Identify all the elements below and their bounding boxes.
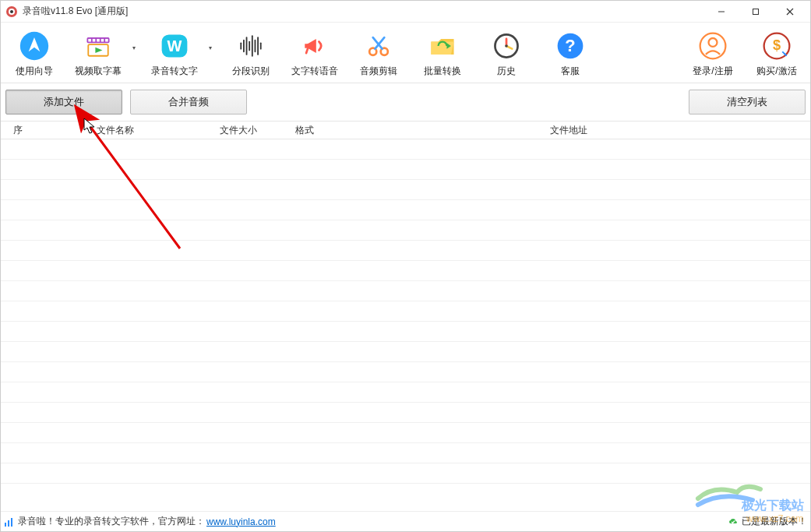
table-row bbox=[1, 322, 810, 342]
table-row bbox=[1, 342, 810, 362]
clear-list-button[interactable]: 清空列表 bbox=[689, 90, 806, 115]
toolbar-label: 使用向导 bbox=[16, 65, 53, 78]
toolbar-label: 历史 bbox=[497, 65, 516, 78]
svg-point-36 bbox=[505, 44, 508, 48]
svg-rect-46 bbox=[8, 520, 9, 527]
toolbar-segment-recognize[interactable]: 分段识别 bbox=[219, 27, 283, 79]
compass-icon bbox=[17, 29, 51, 63]
cloud-check-icon bbox=[728, 516, 739, 527]
table-row bbox=[1, 160, 810, 180]
svg-point-2 bbox=[10, 10, 13, 13]
table-row bbox=[1, 362, 810, 382]
table-row bbox=[1, 281, 810, 301]
waveform-icon bbox=[234, 29, 268, 63]
add-file-button[interactable]: 添加文件 bbox=[5, 90, 122, 115]
column-seq[interactable]: 序 bbox=[1, 122, 35, 139]
action-bar: 添加文件 合并音频 清空列表 bbox=[1, 83, 810, 121]
svg-rect-11 bbox=[97, 39, 100, 42]
window-titlebar: 录音啦v11.8 Evo [通用版] bbox=[1, 1, 810, 23]
toolbar-label: 批量转换 bbox=[424, 65, 461, 78]
column-format[interactable]: 格式 bbox=[281, 122, 328, 139]
help-icon: ? bbox=[553, 29, 587, 63]
toolbar-batch-convert[interactable]: 批量转换 bbox=[411, 27, 474, 79]
purchase-icon: $ bbox=[760, 29, 794, 63]
toolbar-support[interactable]: ? 客服 bbox=[538, 27, 602, 79]
table-row bbox=[1, 382, 810, 403]
table-row bbox=[1, 241, 810, 261]
status-version: 已是最新版本！ bbox=[742, 515, 807, 528]
app-icon bbox=[5, 5, 18, 18]
toolbar-label: 录音转文字 bbox=[151, 65, 198, 78]
window-title: 录音啦v11.8 Evo [通用版] bbox=[23, 5, 128, 18]
svg-text:极光下载站: 极光下载站 bbox=[741, 499, 804, 512]
close-button[interactable] bbox=[773, 1, 807, 23]
history-icon bbox=[489, 29, 524, 63]
toolbar-label: 分段识别 bbox=[232, 65, 270, 78]
svg-rect-9 bbox=[88, 39, 91, 42]
toolbar-audio-cut[interactable]: 音频剪辑 bbox=[347, 27, 411, 79]
word-icon: W bbox=[157, 29, 192, 63]
toolbar-label: 文字转语音 bbox=[291, 65, 338, 78]
toolbar-audio-to-text[interactable]: W 录音转文字 bbox=[143, 27, 206, 79]
svg-text:W: W bbox=[167, 37, 182, 55]
svg-text:?: ? bbox=[565, 36, 575, 55]
window-controls bbox=[704, 1, 807, 23]
table-row bbox=[1, 301, 810, 322]
table-row bbox=[1, 403, 810, 423]
svg-point-40 bbox=[709, 38, 718, 47]
table-row bbox=[1, 443, 810, 463]
column-name[interactable]: 文件名称 bbox=[35, 122, 196, 139]
svg-rect-26 bbox=[305, 44, 308, 48]
table-row bbox=[1, 139, 810, 160]
toolbar-label: 登录/注册 bbox=[693, 65, 732, 78]
svg-rect-13 bbox=[105, 39, 108, 42]
toolbar-audio-to-text-dropdown[interactable]: ▾ bbox=[206, 44, 214, 51]
folder-convert-icon bbox=[425, 29, 460, 63]
main-toolbar: 使用向导 视频取字幕 ▾ W 录音转文字 ▾ 分段识别 文字转语音 bbox=[1, 23, 810, 83]
merge-audio-button[interactable]: 合并音频 bbox=[130, 90, 247, 115]
table-row bbox=[1, 200, 810, 220]
statusbar-icon bbox=[4, 516, 15, 527]
status-bar: 录音啦！专业的录音转文字软件，官方网址： www.luyinla.com 已是最… bbox=[1, 511, 810, 531]
table-body[interactable] bbox=[1, 139, 810, 493]
svg-rect-10 bbox=[93, 39, 96, 42]
toolbar-label: 购买/激活 bbox=[756, 65, 796, 78]
table-row bbox=[1, 423, 810, 443]
table-row bbox=[1, 463, 810, 484]
toolbar-login[interactable]: 登录/注册 bbox=[681, 27, 745, 79]
scissors-icon bbox=[361, 29, 396, 63]
toolbar-video-subtitle-dropdown[interactable]: ▾ bbox=[130, 44, 138, 51]
table-row bbox=[1, 180, 810, 200]
status-text: 录音啦！专业的录音转文字软件，官方网址： bbox=[18, 515, 205, 528]
megaphone-icon bbox=[298, 29, 332, 63]
maximize-button[interactable] bbox=[739, 1, 773, 23]
column-path[interactable]: 文件地址 bbox=[328, 122, 810, 139]
table-row bbox=[1, 261, 810, 281]
table-row bbox=[1, 220, 810, 241]
toolbar-label: 视频取字幕 bbox=[75, 65, 122, 78]
svg-rect-47 bbox=[11, 518, 12, 527]
toolbar-guide[interactable]: 使用向导 bbox=[2, 27, 66, 79]
toolbar-text-to-speech[interactable]: 文字转语音 bbox=[283, 27, 347, 79]
table-header: 序 文件名称 文件大小 格式 文件地址 bbox=[1, 121, 810, 139]
svg-rect-12 bbox=[101, 39, 104, 42]
user-icon bbox=[696, 29, 730, 63]
toolbar-label: 客服 bbox=[561, 65, 580, 78]
svg-rect-4 bbox=[753, 9, 759, 14]
toolbar-video-subtitle[interactable]: 视频取字幕 bbox=[66, 27, 130, 79]
status-url-link[interactable]: www.luyinla.com bbox=[206, 516, 276, 527]
toolbar-history[interactable]: 历史 bbox=[474, 27, 538, 79]
svg-line-27 bbox=[306, 49, 308, 53]
minimize-button[interactable] bbox=[704, 1, 739, 23]
toolbar-purchase[interactable]: $ 购买/激活 bbox=[745, 27, 809, 79]
svg-rect-45 bbox=[5, 523, 6, 527]
film-icon bbox=[81, 29, 115, 63]
svg-text:$: $ bbox=[773, 37, 781, 53]
column-size[interactable]: 文件大小 bbox=[196, 122, 281, 139]
toolbar-label: 音频剪辑 bbox=[360, 65, 397, 78]
